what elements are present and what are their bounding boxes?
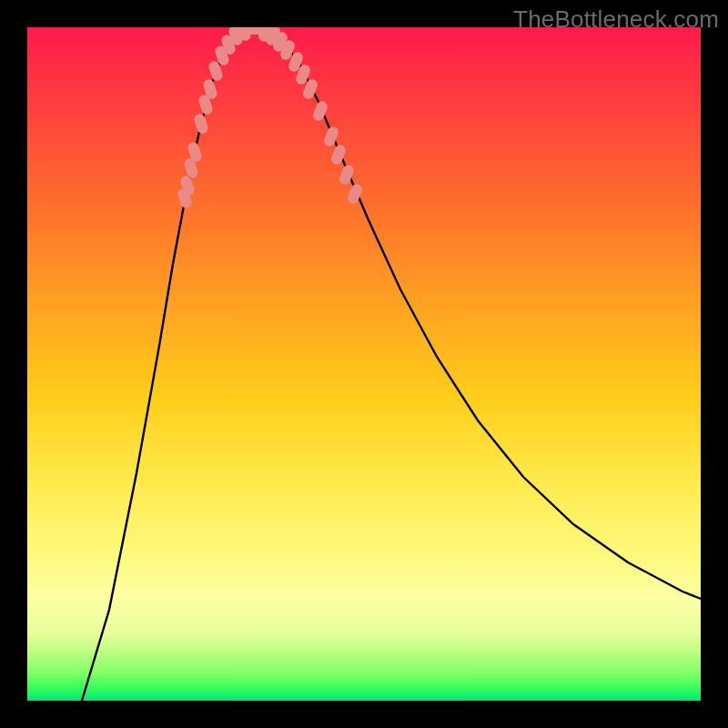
chart-frame: TheBottleneck.com [0,0,728,728]
bottleneck-curve-svg [27,27,701,701]
plot-area [27,27,701,701]
data-marker [322,126,339,148]
left-marker-group [177,27,252,209]
right-marker-group [257,27,363,205]
watermark-text: TheBottleneck.com [513,5,719,34]
bottleneck-curve-path [82,29,701,701]
data-marker [248,27,268,35]
bottom-marker-group [241,27,268,35]
data-marker [193,113,209,136]
